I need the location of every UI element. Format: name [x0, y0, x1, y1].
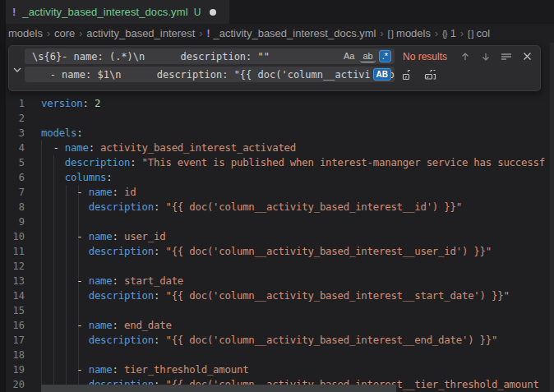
- find-query-text: \s{6}- name: (.*)\n description: "": [25, 51, 270, 62]
- breadcrumb-separator-icon: ›: [195, 28, 206, 39]
- window-left-edge: [0, 0, 6, 392]
- code-text: version: 2: [41, 96, 100, 111]
- line-number: 7: [6, 185, 25, 200]
- code-line-8[interactable]: 8 description: "{{ doc('column__activity…: [6, 200, 554, 214]
- regex-toggle[interactable]: .*: [379, 50, 391, 62]
- match-case-toggle[interactable]: Aa: [341, 50, 357, 62]
- line-number: 2: [6, 111, 25, 126]
- array-symbol-icon: [ ]: [387, 29, 393, 39]
- replace-value-text: - name: $1\n description: "{{ doc('colum…: [25, 69, 395, 81]
- code-line-1[interactable]: 1version: 2: [6, 96, 554, 111]
- object-symbol-icon: {}: [442, 29, 447, 39]
- code-text: description: "{{ doc('column__activity_b…: [41, 288, 510, 303]
- editor-pane[interactable]: 1version: 223models:4 - name: activity_b…: [6, 43, 554, 392]
- line-number: 8: [6, 200, 25, 214]
- line-number: 4: [6, 141, 25, 155]
- code-text: - name: id: [41, 185, 136, 200]
- scrollbar-track-edge: [550, 43, 554, 392]
- find-in-selection-icon[interactable]: [498, 49, 515, 64]
- tab-bar: ! _activity_based_interest_docs.yml U: [6, 0, 554, 24]
- tab-active-file[interactable]: ! _activity_based_interest_docs.yml U: [6, 0, 229, 24]
- tab-filename: _activity_based_interest_docs.yml: [22, 6, 187, 18]
- code-line-19[interactable]: 19 - name: tier_threshold_amount: [6, 362, 554, 377]
- code-text: - name: activity_based_interest_activate…: [41, 141, 296, 155]
- code-line-15[interactable]: 15: [6, 303, 554, 318]
- toggle-replace-button[interactable]: [11, 62, 24, 76]
- code-line-17[interactable]: 17 description: "{{ doc('column__activit…: [6, 333, 554, 348]
- breadcrumb-separator-icon: ›: [431, 28, 442, 39]
- replace-all-icon[interactable]: [422, 67, 438, 82]
- breadcrumb-item-_activity_based_interest_docs.yml[interactable]: !_activity_based_interest_docs.yml: [206, 27, 376, 39]
- code-line-11[interactable]: 11 description: "{{ doc('column__activit…: [6, 244, 554, 259]
- find-replace-widget: \s{6}- name: (.*)\n description: "" Aa a…: [8, 45, 541, 91]
- breadcrumb-label: models: [396, 27, 431, 39]
- line-number: 16: [6, 318, 25, 333]
- breadcrumb-label: activity_based_interest: [86, 27, 195, 39]
- horizontal-scrollbar[interactable]: [41, 385, 396, 392]
- breadcrumb-item-core[interactable]: core: [54, 27, 75, 39]
- line-number: 18: [6, 348, 25, 362]
- breadcrumb-label: _activity_based_interest_docs.yml: [213, 27, 376, 39]
- breadcrumb-item-models[interactable]: models: [8, 27, 43, 39]
- line-number: 10: [6, 229, 25, 244]
- code-text: - name: end_date: [41, 318, 172, 333]
- line-number: 20: [6, 377, 25, 392]
- code-line-12[interactable]: 12: [6, 259, 554, 274]
- array-symbol-icon: [ ]: [468, 29, 473, 39]
- replace-input[interactable]: - name: $1\n description: "{{ doc('colum…: [25, 67, 395, 82]
- code-line-9[interactable]: 9: [6, 214, 554, 229]
- code-line-14[interactable]: 14 description: "{{ doc('column__activit…: [6, 288, 554, 303]
- breadcrumb-item-models[interactable]: [ ]models: [387, 27, 431, 39]
- vscode-window: ! _activity_based_interest_docs.yml U mo…: [0, 0, 554, 392]
- code-line-3[interactable]: 3models:: [6, 126, 554, 141]
- line-number: 15: [6, 303, 25, 318]
- breadcrumb-item-1[interactable]: {}1: [442, 27, 456, 39]
- breadcrumb: models›core›activity_based_interest›!_ac…: [6, 24, 554, 43]
- code-text: description: "This event is published wh…: [41, 155, 545, 170]
- preserve-case-toggle[interactable]: AB: [373, 68, 391, 81]
- line-number: 5: [6, 155, 25, 170]
- line-number: 1: [6, 96, 25, 111]
- git-untracked-badge: U: [194, 7, 201, 18]
- breadcrumb-separator-icon: ›: [456, 28, 468, 39]
- code-line-5[interactable]: 5 description: "This event is published …: [6, 155, 554, 170]
- yaml-symbol-icon: !: [206, 28, 210, 39]
- breadcrumb-separator-icon: ›: [376, 28, 387, 39]
- line-number: 3: [6, 126, 25, 141]
- code-line-6[interactable]: 6 columns:: [6, 170, 554, 185]
- breadcrumb-label: core: [54, 27, 75, 39]
- breadcrumb-label: models: [8, 27, 43, 39]
- code-text: description: "{{ doc('column__activity_b…: [41, 200, 462, 214]
- code-line-7[interactable]: 7 - name: id: [6, 185, 554, 200]
- code-text: models:: [41, 126, 82, 141]
- code-line-13[interactable]: 13 - name: start_date: [6, 274, 554, 288]
- code-line-16[interactable]: 16 - name: end_date: [6, 318, 554, 333]
- yaml-file-icon: !: [12, 6, 16, 18]
- code-text: - name: user_id: [41, 229, 165, 244]
- modified-dot-icon[interactable]: [210, 9, 216, 16]
- breadcrumb-separator-icon: ›: [43, 28, 54, 39]
- code-text: - name: tier_threshold_amount: [41, 362, 248, 377]
- breadcrumb-item-activity_based_interest[interactable]: activity_based_interest: [86, 27, 195, 39]
- code-line-4[interactable]: 4 - name: activity_based_interest_activa…: [6, 141, 554, 155]
- code-text: columns:: [41, 170, 113, 185]
- line-number: 14: [6, 288, 25, 303]
- code-text: description: "{{ doc('column__activity_b…: [41, 244, 492, 259]
- previous-match-button[interactable]: [457, 49, 473, 64]
- next-match-button[interactable]: [478, 49, 494, 64]
- breadcrumb-label: col: [477, 27, 491, 39]
- line-number: 17: [6, 333, 25, 348]
- whole-word-toggle[interactable]: ab: [360, 51, 375, 62]
- code-line-10[interactable]: 10 - name: user_id: [6, 229, 554, 244]
- line-number: 19: [6, 362, 25, 377]
- chevron-down-icon: [13, 62, 21, 76]
- close-icon[interactable]: [519, 49, 535, 64]
- code-line-2[interactable]: 2: [6, 111, 554, 126]
- find-input[interactable]: \s{6}- name: (.*)\n description: "" Aa a…: [25, 48, 395, 64]
- line-number: 6: [6, 170, 25, 185]
- line-number: 11: [6, 244, 25, 259]
- line-number: 13: [6, 274, 25, 288]
- replace-icon[interactable]: [399, 67, 416, 82]
- code-line-18[interactable]: 18: [6, 348, 554, 362]
- breadcrumb-item-col[interactable]: [ ]col: [468, 27, 490, 39]
